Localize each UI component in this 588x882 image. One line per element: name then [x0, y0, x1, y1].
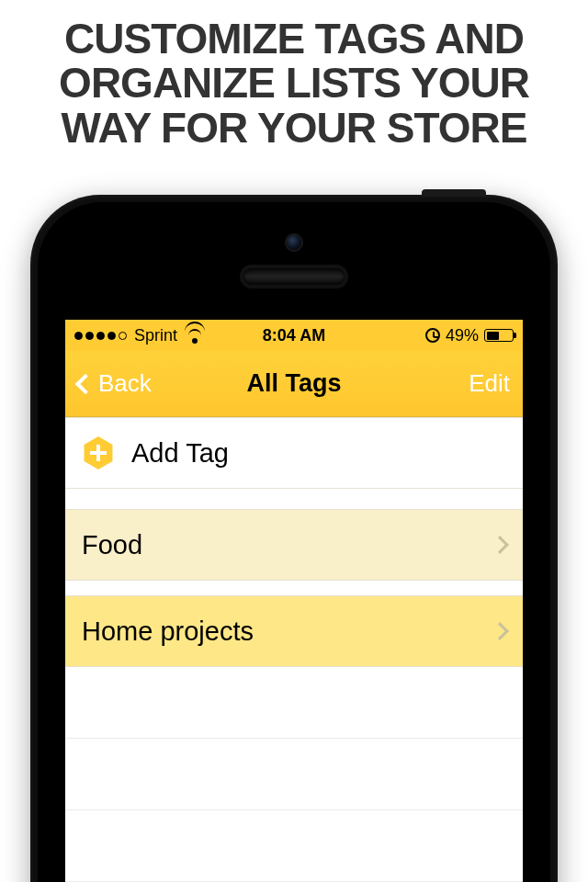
earpiece-speaker [243, 268, 345, 285]
signal-strength-icon [74, 332, 127, 340]
power-button [422, 189, 486, 197]
screen: Sprint 8:04 AM 49% Back All T [65, 320, 523, 882]
phone-frame: Sprint 8:04 AM 49% Back All T [30, 195, 558, 882]
carrier-label: Sprint [134, 326, 177, 345]
tag-list: Add Tag Food Home projects [65, 417, 523, 882]
navigation-bar: Back All Tags Edit [65, 351, 523, 417]
empty-row [65, 810, 523, 882]
promo-headline: CUSTOMIZE TAGS AND ORGANIZE LISTS YOUR W… [0, 0, 588, 150]
battery-icon [484, 329, 514, 342]
edit-button[interactable]: Edit [469, 369, 510, 398]
status-bar: Sprint 8:04 AM 49% [65, 320, 523, 351]
alarm-icon [425, 328, 440, 343]
plus-hexagon-icon [82, 436, 115, 469]
tag-label: Food [82, 530, 142, 560]
empty-row [65, 739, 523, 810]
tag-label: Home projects [82, 616, 254, 647]
status-right: 49% [425, 326, 514, 345]
chevron-right-icon [491, 536, 509, 554]
chevron-left-icon [75, 373, 96, 394]
add-tag-button[interactable]: Add Tag [65, 417, 523, 489]
add-tag-label: Add Tag [131, 438, 229, 469]
status-left: Sprint [74, 326, 205, 345]
wifi-icon [185, 327, 205, 344]
front-camera [287, 235, 301, 250]
battery-percent-label: 49% [446, 326, 479, 345]
chevron-right-icon [491, 622, 509, 640]
tag-row[interactable]: Food [65, 509, 523, 581]
back-label: Back [98, 369, 152, 398]
tag-row[interactable]: Home projects [65, 595, 523, 667]
back-button[interactable]: Back [78, 369, 152, 398]
phone-bezel: Sprint 8:04 AM 49% Back All T [38, 202, 550, 882]
empty-row [65, 667, 523, 739]
